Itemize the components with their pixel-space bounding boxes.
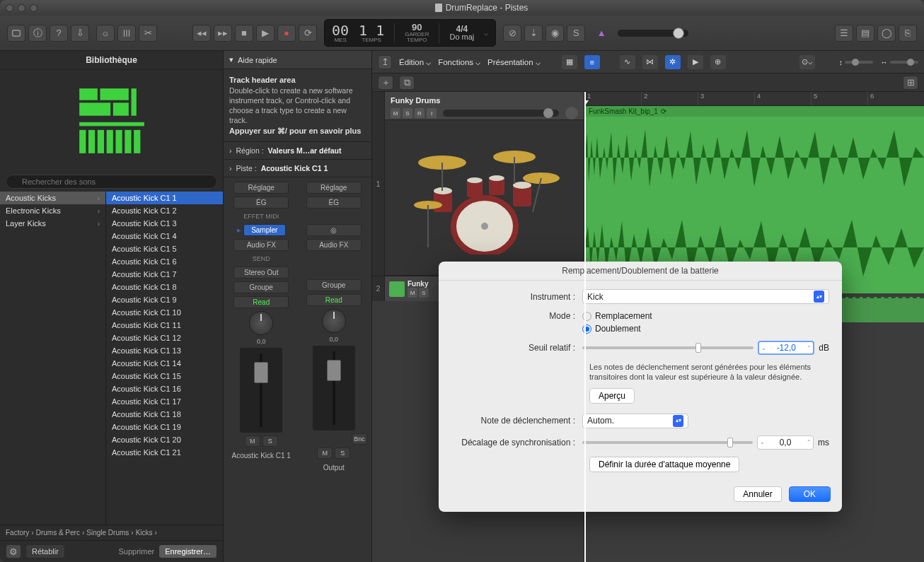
- timing-offset-field[interactable]: ⌄0,0⌃: [757, 435, 814, 450]
- drum-replace-dialog: Remplacement/Doublement de la batterie I…: [439, 262, 842, 512]
- timing-offset-label: Décalage de synchronisation :: [451, 438, 575, 447]
- trigger-note-select[interactable]: Autom.▴▾: [582, 414, 688, 428]
- threshold-hint: Les notes de déclenchement seront généré…: [589, 362, 829, 382]
- cancel-button[interactable]: Annuler: [734, 486, 781, 502]
- threshold-unit: dB: [819, 343, 829, 353]
- threshold-slider[interactable]: [582, 346, 753, 349]
- playhead[interactable]: [584, 92, 586, 562]
- mode-replace-radio[interactable]: Remplacement: [582, 311, 652, 321]
- threshold-label: Seuil relatif :: [451, 343, 575, 353]
- timing-offset-slider[interactable]: [582, 441, 753, 444]
- ok-button[interactable]: OK: [789, 486, 831, 502]
- trigger-note-label: Note de déclenchement :: [451, 416, 575, 426]
- instrument-label: Instrument :: [451, 292, 575, 302]
- dialog-title: Remplacement/Doublement de la batterie: [439, 262, 842, 281]
- mode-label: Mode :: [451, 311, 575, 321]
- mode-double-radio[interactable]: Doublement: [582, 324, 641, 334]
- timing-offset-unit: ms: [818, 438, 829, 447]
- set-avg-attack-button[interactable]: Définir la durée d'attaque moyenne: [589, 457, 739, 472]
- instrument-select[interactable]: Kick▴▾: [582, 289, 829, 304]
- preview-button[interactable]: Aperçu: [589, 388, 635, 404]
- threshold-value-field[interactable]: ⌄-12,0⌃: [758, 341, 814, 355]
